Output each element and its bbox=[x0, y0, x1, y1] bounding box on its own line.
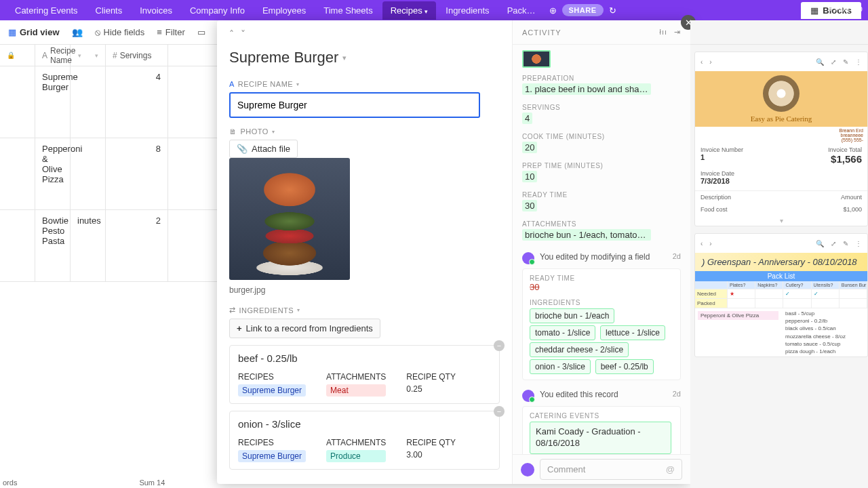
packlist-title: ) Greenspan - Anniversary - 08/10/2018 bbox=[695, 253, 867, 271]
expand-icon[interactable]: ⤢ bbox=[831, 240, 836, 247]
blocks-sidebar: ‹›🔍⤢✎⋮ Easy as Pie Catering Breann Erdbr… bbox=[690, 20, 868, 488]
add-block-button[interactable]: + Add a b bbox=[828, 4, 863, 14]
edit-icon[interactable]: ✎ bbox=[843, 240, 848, 247]
eye-off-icon: ⦸ bbox=[95, 27, 100, 38]
rss-icon[interactable]: łıı bbox=[659, 28, 667, 37]
prev-record-button[interactable]: ˄ bbox=[229, 28, 234, 39]
field-label-recipe-name: ARECIPE NAME▾ bbox=[229, 80, 500, 88]
expand-icon[interactable]: ⤢ bbox=[831, 58, 836, 66]
share-button[interactable]: SHARE bbox=[562, 4, 604, 16]
add-tab-button[interactable]: ⊕ bbox=[545, 5, 561, 16]
packlist-grid: Plates?Napkins?Cutlery?Utensils?Bunsen B… bbox=[695, 281, 867, 308]
prev-icon[interactable]: ‹ bbox=[701, 240, 703, 247]
ingredient-card[interactable]: − onion - 3/slice RECIPESSupreme Burger … bbox=[229, 411, 500, 470]
mention-icon[interactable]: @ bbox=[666, 464, 675, 474]
grid-view-selector[interactable]: ▦Grid view bbox=[8, 27, 60, 37]
col-servings[interactable]: #Servings bbox=[106, 45, 168, 66]
ingredient-tags: brioche bun - 1/each tomato - 1/slice le… bbox=[530, 306, 673, 374]
next-icon[interactable]: › bbox=[709, 58, 711, 66]
activity-event: You edited this record 2d bbox=[522, 390, 681, 402]
packlist-block[interactable]: ‹›🔍⤢✎⋮ ) Greenspan - Anniversary - 08/10… bbox=[694, 233, 868, 357]
tab-time-sheets[interactable]: Time Sheets bbox=[315, 1, 381, 20]
chevron-down-icon[interactable]: ▾ bbox=[342, 54, 347, 62]
chevron-down-icon: ▾ bbox=[425, 8, 428, 15]
next-icon[interactable]: › bbox=[709, 240, 711, 247]
avatar bbox=[521, 463, 534, 476]
field-label-photo: 🗎PHOTO▾ bbox=[229, 127, 500, 136]
hide-fields-button[interactable]: ⦸Hide fields bbox=[95, 27, 145, 38]
link-icon: ⇄ bbox=[229, 306, 236, 314]
remove-ingredient-button[interactable]: − bbox=[494, 340, 505, 351]
packlist-recipe: Pepperoni & Olive Pizza bbox=[698, 311, 778, 320]
tab-pack[interactable]: Pack… bbox=[499, 1, 544, 20]
avatar bbox=[522, 390, 534, 402]
attachment-icon: 🗎 bbox=[229, 127, 237, 136]
edit-icon[interactable]: ✎ bbox=[843, 58, 848, 66]
record-count: ords bbox=[3, 479, 17, 487]
collapse-icon[interactable]: ⇥ bbox=[674, 28, 681, 37]
history-icon[interactable]: ↻ bbox=[605, 5, 620, 16]
packlist-ingredients: basil - 5/cuppepperoni - 0.2/lbblack oli… bbox=[781, 308, 850, 357]
collaborators-icon[interactable]: 👥 bbox=[72, 27, 83, 37]
lock-icon: 🔒 bbox=[7, 52, 15, 59]
photo-caption: burger.jpg bbox=[229, 285, 500, 295]
col-checkbox[interactable]: 🔒 bbox=[0, 45, 35, 66]
tab-recipes[interactable]: Recipes ▾ bbox=[382, 1, 437, 20]
comment-input[interactable]: Comment@ bbox=[540, 459, 682, 480]
paperclip-icon: 📎 bbox=[237, 144, 248, 154]
invoice-header: Easy as Pie Catering bbox=[695, 71, 867, 127]
block-resize-handle[interactable]: ▾ bbox=[695, 216, 867, 226]
tab-clients[interactable]: Clients bbox=[87, 1, 131, 20]
tab-employees[interactable]: Employees bbox=[254, 1, 314, 20]
tab-catering-events[interactable]: Catering Events bbox=[7, 1, 86, 20]
search-icon[interactable]: 🔍 bbox=[816, 58, 824, 66]
activity-panel: ACTIVITY łıı⇥ PREPARATION 1. place beef … bbox=[513, 20, 690, 484]
col-recipe-name[interactable]: ARecipe Name▾ bbox=[35, 45, 71, 66]
ingredient-card[interactable]: − beef - 0.25/lb RECIPESSupreme Burger A… bbox=[229, 345, 500, 404]
more-icon[interactable]: ⋮ bbox=[855, 58, 862, 66]
next-record-button[interactable]: ˅ bbox=[241, 28, 245, 39]
more-icon[interactable]: ⋮ bbox=[855, 240, 862, 247]
activity-thumbnail bbox=[522, 50, 551, 68]
avatar bbox=[522, 252, 534, 264]
recipe-name-input[interactable] bbox=[229, 92, 480, 118]
prev-icon[interactable]: ‹ bbox=[701, 58, 703, 66]
servings-sum: Sum 14 bbox=[139, 479, 165, 487]
remove-ingredient-button[interactable]: − bbox=[494, 406, 505, 417]
record-title: Supreme Burger▾ bbox=[229, 49, 500, 66]
field-label-ingredients: ⇄INGREDIENTS▾ bbox=[229, 306, 500, 314]
blocks-icon: ▦ bbox=[810, 5, 818, 16]
record-main: ˄ ˅ Supreme Burger▾ ARECIPE NAME▾ 🗎PHOTO… bbox=[217, 20, 513, 484]
ingredient-name: onion - 3/slice bbox=[238, 418, 491, 430]
link-ingredient-button[interactable]: +Link to a record from Ingredients bbox=[229, 319, 380, 338]
filter-button[interactable]: ≡Filter bbox=[157, 27, 184, 37]
activity-header: ACTIVITY bbox=[522, 28, 561, 37]
attach-file-button[interactable]: 📎Attach file bbox=[229, 140, 298, 158]
invoice-block[interactable]: ‹›🔍⤢✎⋮ Easy as Pie Catering Breann Erdbr… bbox=[694, 52, 868, 226]
tab-company-info[interactable]: Company Info bbox=[182, 1, 253, 20]
record-detail-panel: ✕ ˄ ˅ Supreme Burger▾ ARECIPE NAME▾ 🗎PHO… bbox=[217, 20, 690, 484]
logo-image bbox=[763, 75, 800, 112]
activity-event: You edited by modifying a field 2d bbox=[522, 252, 681, 264]
tab-invoices[interactable]: Invoices bbox=[132, 1, 180, 20]
col-unknown[interactable]: ▾ bbox=[71, 45, 106, 66]
filter-icon: ≡ bbox=[157, 27, 162, 37]
more-view-options[interactable]: ▭ bbox=[197, 27, 205, 37]
grid-icon: ▦ bbox=[8, 27, 16, 37]
recipe-photo[interactable] bbox=[229, 158, 350, 280]
tab-ingredients[interactable]: Ingredients bbox=[437, 1, 497, 20]
ingredient-name: beef - 0.25/lb bbox=[238, 352, 491, 364]
top-tabbar: Catering Events Clients Invoices Company… bbox=[0, 0, 868, 20]
search-icon[interactable]: 🔍 bbox=[816, 240, 824, 247]
